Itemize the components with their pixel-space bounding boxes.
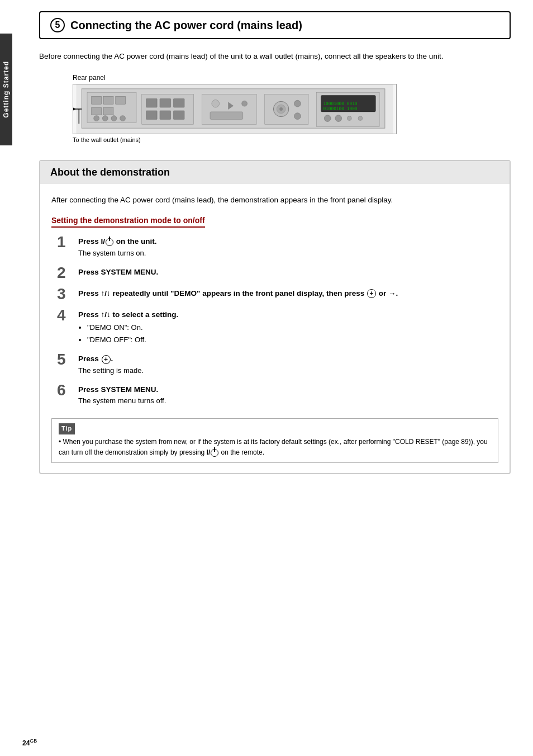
step-4-num: 4 [57, 308, 78, 323]
tip-header: Tip [59, 423, 75, 434]
svg-rect-5 [116, 96, 126, 104]
step-6-main: Press SYSTEM MENU. [78, 384, 498, 396]
step-3-num: 3 [57, 286, 78, 302]
svg-point-36 [347, 116, 351, 120]
step-4-bullet-1: "DEMO ON": On. [87, 322, 498, 334]
demo-section-header: About the demonstration [40, 161, 510, 184]
circle-plus-3: + [367, 289, 376, 298]
side-tab-label: Getting Started [2, 61, 10, 118]
svg-point-20 [212, 100, 220, 107]
svg-rect-23 [210, 111, 243, 119]
svg-rect-15 [173, 98, 184, 107]
step-2: 2 Press SYSTEM MENU. [57, 266, 498, 281]
step-4: 4 Press ↑/↓ to select a setting. "DEMO O… [57, 309, 498, 347]
circle-plus-5: + [102, 355, 111, 364]
svg-rect-4 [103, 96, 113, 104]
step-5-content: Press +. The setting is made. [78, 353, 498, 376]
page-number: 24GB [22, 738, 37, 747]
svg-point-34 [324, 115, 331, 121]
section5-header: 5 Connecting the AC power cord (mains le… [39, 11, 511, 39]
power-icon-1 [106, 238, 113, 246]
step-4-content: Press ↑/↓ to select a setting. "DEMO ON"… [78, 309, 498, 347]
tip-text: • When you purchase the system from new,… [59, 437, 491, 458]
step-2-num: 2 [57, 265, 78, 281]
svg-point-35 [335, 115, 342, 121]
step-2-main: Press SYSTEM MENU. [78, 266, 498, 278]
step-6-content: Press SYSTEM MENU. The system menu turns… [78, 384, 498, 407]
tip-box: Tip • When you purchase the system from … [51, 418, 498, 463]
svg-point-10 [111, 115, 117, 121]
section-number: 5 [50, 18, 65, 32]
step-3-main: Press ↑/↓ repeatedly until "DEMO" appear… [78, 287, 498, 300]
svg-rect-19 [202, 94, 256, 124]
step-1-num: 1 [57, 234, 78, 250]
step-6: 6 Press SYSTEM MENU. The system menu tur… [57, 384, 498, 407]
section5-intro: Before connecting the AC power cord (mai… [39, 50, 511, 63]
svg-point-37 [358, 116, 363, 120]
section5-title: Connecting the AC power cord (mains lead… [70, 19, 302, 32]
step-5-main: Press +. [78, 353, 498, 365]
rear-panel-diagram: 10001000 0010 01000100 1000 [73, 84, 397, 134]
svg-point-22 [242, 101, 248, 106]
svg-rect-3 [92, 96, 102, 104]
diagram-label: Rear panel [73, 74, 511, 82]
power-icon-tip [211, 449, 218, 457]
side-tab: Getting Started [0, 34, 12, 145]
step-1-main: Press I/ on the unit. [78, 235, 498, 248]
svg-rect-14 [160, 98, 171, 107]
main-content: 5 Connecting the AC power cord (mains le… [17, 0, 533, 508]
svg-point-27 [279, 107, 283, 111]
svg-rect-6 [92, 107, 102, 115]
svg-rect-16 [146, 111, 158, 120]
page-num-suffix: GB [30, 738, 37, 744]
svg-point-29 [294, 112, 301, 119]
step-2-content: Press SYSTEM MENU. [78, 266, 498, 278]
step-4-bullets: "DEMO ON": On. "DEMO OFF": Off. [87, 322, 498, 346]
step-3-content: Press ↑/↓ repeatedly until "DEMO" appear… [78, 287, 498, 300]
step-5: 5 Press +. The setting is made. [57, 353, 498, 376]
demo-intro: After connecting the AC power cord (main… [51, 194, 498, 206]
svg-rect-13 [146, 98, 158, 107]
steps-container: 1 Press I/ on the unit. The system turns… [57, 235, 498, 407]
wall-outlet-label: To the wall outlet (mains) [73, 136, 511, 143]
step-5-num: 5 [57, 352, 78, 367]
svg-point-8 [94, 115, 99, 121]
step-3: 3 Press ↑/↓ repeatedly until "DEMO" appe… [57, 287, 498, 302]
svg-text:10001000 0010: 10001000 0010 [323, 101, 357, 106]
subsection-heading: Setting the demonstration mode to on/off [51, 216, 205, 228]
demo-section-body: After connecting the AC power cord (main… [40, 184, 510, 474]
step-1-sub: The system turns on. [78, 248, 498, 259]
svg-point-9 [102, 115, 108, 121]
step-1-content: Press I/ on the unit. The system turns o… [78, 235, 498, 259]
rear-panel-svg: 10001000 0010 01000100 1000 [73, 84, 396, 134]
svg-rect-17 [160, 111, 171, 120]
svg-point-11 [120, 115, 126, 121]
step-5-sub: The setting is made. [78, 365, 498, 377]
svg-point-28 [294, 100, 301, 107]
demo-section-heading: About the demonstration [50, 167, 499, 178]
demo-section: About the demonstration After connecting… [39, 160, 511, 475]
step-1: 1 Press I/ on the unit. The system turns… [57, 235, 498, 259]
page-num-value: 24 [22, 739, 30, 747]
svg-rect-7 [103, 107, 113, 115]
diagram-area: Rear panel [73, 74, 511, 143]
step-4-main: Press ↑/↓ to select a setting. [78, 309, 498, 321]
step-6-sub: The system menu turns off. [78, 395, 498, 407]
svg-text:01000100 1000: 01000100 1000 [323, 106, 357, 111]
step-6-num: 6 [57, 382, 78, 398]
svg-rect-18 [173, 111, 184, 120]
step-4-bullet-2: "DEMO OFF": Off. [87, 334, 498, 346]
